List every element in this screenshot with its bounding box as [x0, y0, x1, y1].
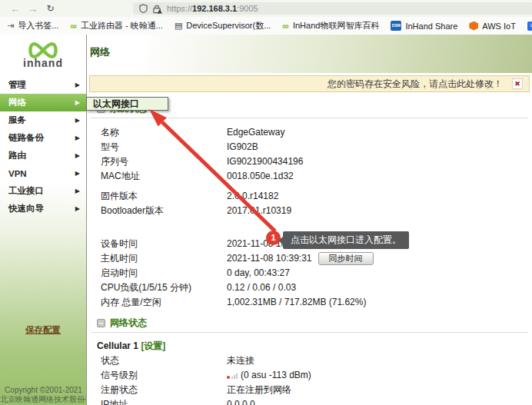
sidebar-item-network[interactable]: 网络▶: [0, 94, 86, 111]
row-label: 固件版本: [101, 189, 227, 204]
chevron-right-icon: ▶: [75, 134, 80, 141]
back-icon[interactable]: ←: [6, 3, 24, 15]
bookmark-label: DeviceSupervisor(数...: [186, 20, 271, 32]
lock-warning-icon[interactable]: [152, 4, 162, 14]
chevron-right-icon: ▶: [75, 117, 80, 124]
sidebar-item-label: 路由: [8, 150, 26, 161]
divider: [91, 118, 528, 118]
row-value: 0.12 / 0.06 / 0.03: [227, 281, 296, 295]
password-warning-banner: 您的密码存在安全风险，请点击此处修改！ ✖: [89, 75, 530, 92]
sidebar-item-routing[interactable]: 路由▶: [0, 147, 86, 164]
row-value: IG902B: [227, 140, 258, 154]
network-status-header: − 网络状态: [97, 317, 532, 329]
sidebar: inhand 管理▶ 网络▶ 服务▶ 链路备份▶ 路由▶ VPN▶ 工业接口▶ …: [0, 35, 87, 405]
row-label: CPU负载(1/5/15 分钟): [101, 281, 227, 295]
divider: [91, 332, 528, 333]
bookmark-inhand-share[interactable]: DSMInHand Share: [391, 21, 457, 31]
row-value: 2017.01.r10319: [227, 204, 291, 218]
sidebar-item-services[interactable]: 服务▶: [0, 111, 86, 129]
collapse-icon[interactable]: −: [97, 319, 105, 327]
reload-icon[interactable]: ↻: [42, 3, 59, 14]
sidebar-menu: 管理▶ 网络▶ 服务▶ 链路备份▶ 路由▶ VPN▶ 工业接口▶ 快速向导▶: [0, 76, 86, 217]
sidebar-item-quick-wizard[interactable]: 快速向导▶: [0, 200, 86, 217]
bookmark-tencent-docs[interactable]: ≡腾讯文档: [527, 20, 532, 32]
chevron-right-icon: ▶: [75, 188, 80, 194]
bookmark-label: 导入书签...: [18, 20, 58, 32]
page-header: 网络: [87, 35, 532, 73]
cellular-row-status: 状态未连接: [101, 354, 532, 368]
row-value: 正在注册到网络: [227, 383, 291, 397]
sidebar-item-admin[interactable]: 管理▶: [0, 76, 86, 94]
row-label: 型号: [101, 140, 227, 154]
info-row-host-time: 主机时间2021-11-08 10:39:31同步时间: [101, 251, 532, 266]
row-value: 1,002.31MB / 717.82MB (71.62%): [227, 295, 366, 310]
info-row-serial: 序列号IG9021900434196: [101, 154, 532, 169]
status-content: − 系统状态 名称EdgeGateway 型号IG902B 序列号IG90219…: [87, 103, 532, 405]
inhand-favicon-icon: ∞: [282, 22, 289, 30]
row-value: 0.0.0.0: [227, 397, 255, 405]
cellular-row-signal: 信号级别(0 asu -113 dBm): [101, 368, 532, 383]
row-value: 0 day, 00:43:27: [227, 266, 290, 281]
bookmark-device-supervisor[interactable]: ▤DeviceSupervisor(数...: [175, 20, 271, 32]
row-label: 信号级别: [101, 368, 227, 383]
copyright: Copyright ©2001-2021 北京映翰通网络技术股份有限公司: [0, 386, 87, 404]
bookmark-aws-iot[interactable]: AWS IoT: [469, 22, 516, 31]
row-value: 未连接: [227, 354, 254, 368]
chevron-right-icon: ▶: [75, 81, 80, 88]
sidebar-item-industrial-interface[interactable]: 工业接口▶: [0, 182, 86, 200]
cellular-name: Cellular 1: [97, 340, 138, 351]
import-bookmarks-icon: ⇥: [7, 21, 14, 31]
bookmark-label: InHand物联网智库百科: [293, 20, 379, 32]
inhand-favicon-icon: ∞: [70, 22, 77, 30]
info-row-model: 型号IG902B: [101, 140, 532, 154]
section-title: 网络状态: [110, 317, 147, 330]
dsm-icon: DSM: [391, 21, 401, 31]
sync-time-button[interactable]: 同步时间: [318, 252, 374, 265]
browser-toolbar: ← → ↻ https://192.168.3.1:9005: [0, 0, 532, 17]
url-text: https://192.168.3.1:9005: [167, 4, 258, 13]
logo-wordmark: inhand: [23, 57, 63, 69]
row-value: 2021-11-08 10:39:31: [227, 251, 312, 266]
sidebar-item-label: 链路备份: [8, 132, 44, 144]
save-config-link[interactable]: 保存配置: [0, 324, 86, 336]
info-row-firmware: 固件版本2.0.0.r14182: [101, 189, 532, 204]
sidebar-item-label: VPN: [8, 169, 27, 178]
submenu-ethernet-interface[interactable]: 以太网接口: [86, 97, 168, 111]
sidebar-item-link-backup[interactable]: 链路备份▶: [0, 129, 86, 147]
forward-icon[interactable]: →: [24, 3, 42, 15]
bookmark-inhand-wiki[interactable]: ∞InHand物联网智库百科: [282, 20, 379, 32]
row-label: 启动时间: [101, 266, 227, 281]
cellular-settings-link[interactable]: [设置]: [141, 340, 165, 351]
bookmark-industrial-router[interactable]: ∞工业路由器 - 映翰通...: [70, 20, 163, 32]
tencent-docs-icon: ≡: [527, 22, 532, 31]
chevron-right-icon: ▶: [75, 152, 80, 159]
row-label: 状态: [101, 354, 227, 368]
row-value: 2.0.0.r14182: [227, 189, 278, 204]
gateway-admin-page: inhand 管理▶ 网络▶ 服务▶ 链路备份▶ 路由▶ VPN▶ 工业接口▶ …: [0, 35, 532, 405]
info-row-memory: 内存 总量/空闲1,002.31MB / 717.82MB (71.62%): [101, 295, 532, 310]
sidebar-item-vpn[interactable]: VPN▶: [0, 164, 86, 182]
info-row-bootloader: Bootloader版本2017.01.r10319: [101, 204, 532, 218]
row-value: EdgeGateway: [227, 125, 284, 140]
row-label: IP地址: [101, 397, 227, 405]
bookmark-import[interactable]: ⇥导入书签...: [7, 20, 58, 32]
shield-icon[interactable]: [139, 4, 148, 13]
cellular-title: Cellular 1 [设置]: [97, 340, 532, 352]
chevron-right-icon: ▶: [75, 205, 80, 212]
aws-icon: [469, 22, 478, 31]
row-value: 0018.050e.1d32: [227, 169, 294, 184]
info-row-cpu-load: CPU负载(1/5/15 分钟)0.12 / 0.06 / 0.03: [101, 281, 532, 295]
close-icon[interactable]: ✖: [512, 78, 523, 89]
password-warning-text[interactable]: 您的密码存在安全风险，请点击此处修改！: [328, 78, 503, 91]
row-label: 主机时间: [101, 251, 227, 266]
url-bar[interactable]: https://192.168.3.1:9005: [133, 2, 532, 15]
copyright-line1: Copyright ©2001-2021: [0, 386, 87, 395]
sidebar-item-label: 管理: [8, 79, 26, 91]
cellular-row-register: 注册状态正在注册到网络: [101, 383, 532, 397]
copyright-line2: 北京映翰通网络技术股份有限公司: [0, 395, 87, 404]
row-label: 内存 总量/空闲: [101, 295, 227, 310]
inhand-logo: inhand: [0, 35, 86, 73]
bookmarks-bar: ⇥导入书签... ∞工业路由器 - 映翰通... ▤DeviceSupervis…: [0, 17, 532, 35]
cellular-row-ip: IP地址0.0.0.0: [101, 397, 532, 405]
bookmark-label: 工业路由器 - 映翰通...: [81, 20, 163, 32]
